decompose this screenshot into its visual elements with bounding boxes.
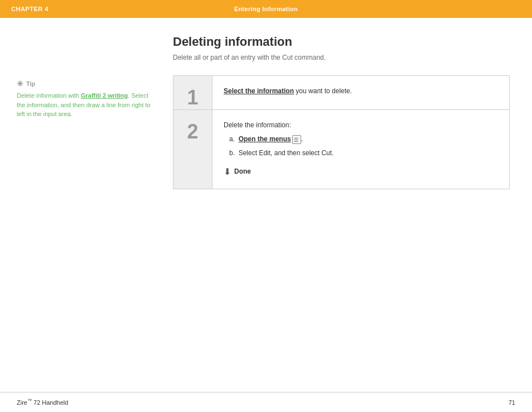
step-2b-text: Select Edit, and then select Cut. (239, 149, 334, 157)
step-1-number: 1 (173, 76, 212, 109)
step-2a: a. Open the menus. (224, 134, 498, 145)
step-2-row: 2 Delete the information: a. Open the me… (173, 110, 509, 189)
done-row: ⬇ Done (224, 165, 498, 179)
footer-brand: Zire™ 72 Handheld (17, 399, 68, 406)
page-subtitle: Delete all or part of an entry with the … (173, 54, 510, 61)
step-1-content: Select the information you want to delet… (212, 76, 509, 109)
select-information-link[interactable]: Select the information (224, 87, 294, 95)
tip-text-part1: Delete information with (17, 92, 81, 99)
step-1-text-rest: you want to delete. (294, 87, 352, 95)
content-area: Deleting information Delete all or part … (162, 35, 532, 392)
chapter-label: CHAPTER 4 (11, 6, 49, 12)
step-2-intro: Delete the information: (224, 120, 498, 131)
footer-product-name: Zire™ 72 Handheld (17, 399, 68, 406)
step-2b-label: b. (229, 149, 235, 157)
steps-container: 1 Select the information you want to del… (173, 75, 510, 189)
page-title: Deleting information (173, 35, 510, 49)
step-2a-rest: . (301, 135, 303, 143)
tip-section: ✳ Tip Delete information with Graffiti 2… (17, 79, 151, 119)
step-2b: b. Select Edit, and then select Cut. (224, 148, 498, 159)
done-label: Done (234, 166, 251, 177)
tip-label: ✳ Tip (17, 79, 151, 88)
tip-text: Delete information with Graffiti 2 writi… (17, 91, 151, 119)
footer: Zire™ 72 Handheld 71 (0, 392, 532, 412)
main-content: ✳ Tip Delete information with Graffiti 2… (0, 18, 532, 392)
open-menus-link[interactable]: Open the menus (239, 135, 291, 143)
step-2-number: 2 (173, 110, 212, 189)
menu-icon (292, 135, 301, 144)
header-title: Entering Information (234, 6, 298, 12)
header-bar: CHAPTER 4 Entering Information (0, 0, 532, 18)
step-1-row: 1 Select the information you want to del… (173, 76, 509, 110)
tip-asterisk-icon: ✳ (17, 79, 23, 88)
step-2-content: Delete the information: a. Open the menu… (212, 110, 509, 189)
graffiti-link[interactable]: Graffiti 2 writing (81, 92, 128, 99)
step-2a-label: a. (229, 135, 235, 143)
sidebar: ✳ Tip Delete information with Graffiti 2… (0, 35, 162, 392)
done-arrow-icon: ⬇ (224, 165, 231, 179)
footer-page-number: 71 (509, 399, 515, 406)
tip-word: Tip (26, 80, 35, 87)
